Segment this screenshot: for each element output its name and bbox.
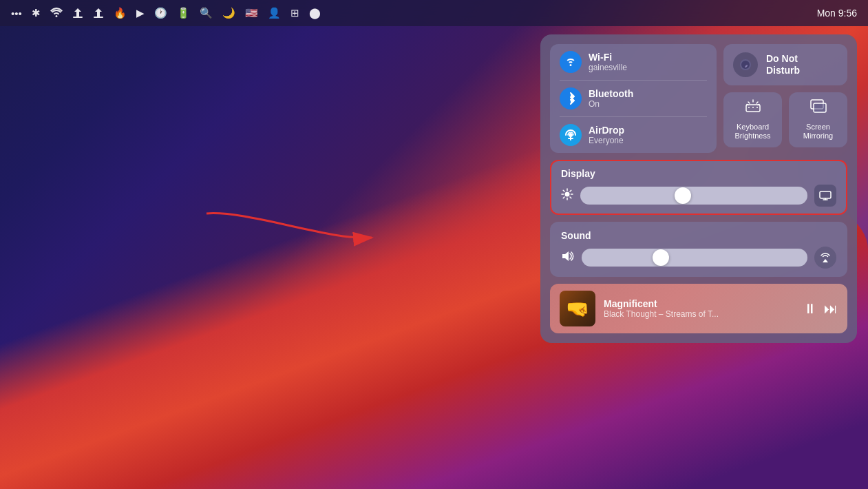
svg-line-25 (563, 197, 564, 198)
svg-line-22 (563, 190, 564, 191)
user-icon[interactable]: 👤 (268, 7, 281, 19)
airdrop-name: AirDrop (589, 125, 624, 136)
right-tiles: Do Not Disturb (723, 44, 847, 153)
network-tile: Wi-Fi gainesville Bluetooth On (550, 44, 717, 153)
sound-slider-row (561, 247, 836, 269)
next-button[interactable]: ⏭ (824, 301, 838, 317)
svg-rect-16 (814, 103, 826, 112)
wifi-menubar-icon[interactable] (50, 8, 63, 19)
screen-mirroring-label: Screen Mirroring (803, 123, 833, 141)
flame-icon[interactable]: 🔥 (114, 7, 127, 19)
track-name: Magnificent (604, 298, 795, 309)
airplay-audio-button[interactable] (814, 247, 836, 269)
svg-line-12 (756, 102, 758, 103)
upload1-icon[interactable] (72, 7, 83, 20)
bluetooth-item[interactable]: Bluetooth On (560, 87, 707, 110)
pause-button[interactable]: ⏸ (803, 301, 817, 317)
upload2-icon[interactable] (93, 7, 104, 20)
track-artist: Black Thought – Streams of T... (604, 309, 795, 319)
svg-point-17 (565, 192, 570, 197)
album-art: 🤜 (560, 291, 595, 326)
volume-thumb[interactable] (653, 249, 669, 266)
display-title: Display (561, 168, 836, 179)
siri-icon[interactable]: ⬤ (309, 7, 321, 19)
control-center-top-row: Wi-Fi gainesville Bluetooth On (550, 44, 847, 153)
brightness-slider[interactable] (580, 187, 807, 205)
screen-mirroring-tile[interactable]: Screen Mirroring (789, 92, 847, 147)
bluetooth-text: Bluetooth On (589, 88, 633, 109)
icon-row: Keyboard Brightness Screen Mirroring (723, 92, 847, 147)
volume-slider[interactable] (582, 249, 807, 267)
bluetooth-menubar-icon[interactable]: ✱ (32, 7, 41, 19)
svg-rect-26 (820, 191, 831, 198)
svg-rect-1 (94, 17, 103, 18)
menubar-left: ••• ✱ 🔥 ▶ 🕐 🔋 🔍 🌙 🇺🇸 👤 ⊞ ⬤ (11, 7, 321, 20)
sound-title: Sound (561, 230, 836, 241)
menubar-time: Mon 9:56 (817, 8, 857, 19)
dots-menu-icon[interactable]: ••• (11, 8, 22, 19)
wifi-status: gainesville (589, 63, 627, 72)
do-not-disturb-tile[interactable]: Do Not Disturb (723, 44, 847, 85)
bluetooth-name: Bluetooth (589, 88, 633, 99)
display-section: Display (550, 160, 847, 215)
network-divider-2 (560, 116, 707, 117)
sound-section: Sound (550, 222, 847, 277)
display-slider-row (561, 185, 836, 207)
annotation-arrow (193, 200, 385, 258)
menubar: ••• ✱ 🔥 ▶ 🕐 🔋 🔍 🌙 🇺🇸 👤 ⊞ ⬤ Mon 9:56 (0, 0, 868, 26)
svg-rect-0 (73, 17, 83, 18)
airdrop-icon-circle (560, 124, 582, 146)
media-icon[interactable]: ▶ (136, 7, 145, 19)
dnd-icon-circle (733, 52, 758, 77)
album-emoji: 🤜 (566, 298, 590, 320)
wifi-text: Wi-Fi gainesville (589, 52, 627, 72)
display-settings-button[interactable] (814, 185, 836, 207)
wifi-name: Wi-Fi (589, 52, 627, 63)
wifi-item[interactable]: Wi-Fi gainesville (560, 51, 707, 73)
now-playing-tile[interactable]: 🤜 Magnificent Black Thought – Streams of… (550, 284, 847, 333)
brightness-thumb[interactable] (675, 187, 691, 204)
svg-line-24 (570, 190, 571, 191)
airdrop-text: AirDrop Everyone (589, 125, 624, 145)
svg-line-13 (747, 105, 748, 105)
battery-icon[interactable]: 🔋 (177, 7, 190, 19)
search-menubar-icon[interactable]: 🔍 (200, 7, 213, 19)
playback-controls: ⏸ ⏭ (803, 301, 838, 317)
bluetooth-status: On (589, 99, 633, 109)
airdrop-item[interactable]: AirDrop Everyone (560, 124, 707, 146)
night-mode-icon[interactable]: 🌙 (222, 7, 235, 19)
dnd-text: Do Not Disturb (766, 53, 800, 76)
menubar-right: Mon 9:56 (817, 8, 857, 19)
keyboard-brightness-tile[interactable]: Keyboard Brightness (723, 92, 782, 147)
flag-icon[interactable]: 🇺🇸 (245, 7, 258, 19)
wifi-icon-circle (560, 51, 582, 73)
keyboard-brightness-icon (745, 99, 761, 117)
control-center-icon[interactable]: ⊞ (290, 7, 299, 19)
keyboard-brightness-label: Keyboard Brightness (735, 123, 771, 141)
network-divider-1 (560, 80, 707, 81)
time-machine-icon[interactable]: 🕐 (154, 7, 167, 19)
control-center-panel: Wi-Fi gainesville Bluetooth On (540, 34, 857, 343)
svg-line-11 (748, 102, 750, 103)
brightness-icon (561, 188, 573, 203)
bluetooth-icon-circle (560, 87, 582, 110)
screen-mirroring-icon (810, 99, 827, 117)
airdrop-status: Everyone (589, 136, 624, 145)
svg-line-23 (570, 197, 571, 198)
track-info: Magnificent Black Thought – Streams of T… (604, 298, 795, 319)
volume-icon (561, 251, 575, 264)
svg-line-14 (758, 105, 759, 105)
